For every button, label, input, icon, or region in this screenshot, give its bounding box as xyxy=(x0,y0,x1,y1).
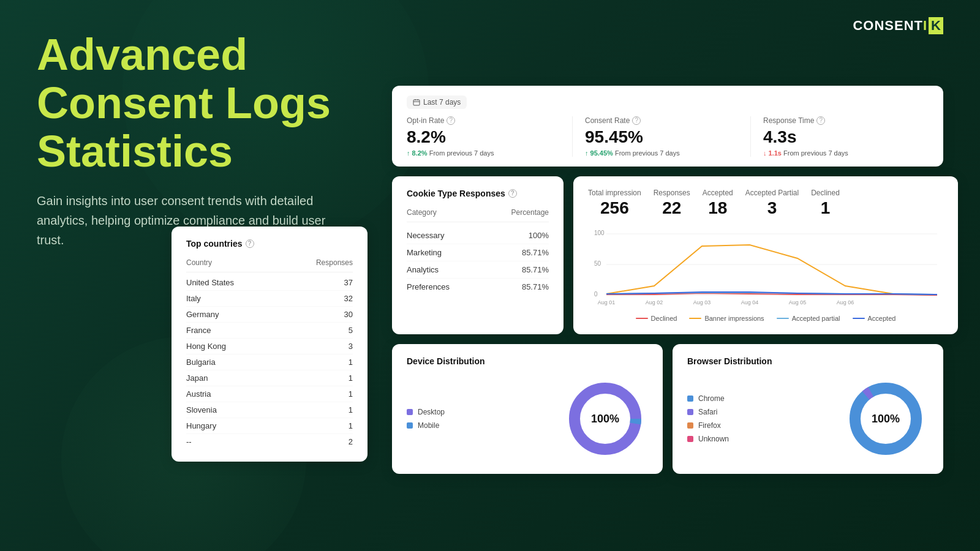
metric-response-value: 4.3s xyxy=(763,127,916,147)
countries-table-header: Country Responses xyxy=(186,258,353,272)
countries-info-icon[interactable]: ? xyxy=(246,239,254,248)
metric-opt-in-value: 8.2% xyxy=(407,127,560,147)
device-card-title: Device Distribution xyxy=(407,356,648,366)
device-center-label: 100% xyxy=(591,413,619,425)
chart-metric-item: Accepted18 xyxy=(703,189,733,218)
country-table-row: Bulgaria1 xyxy=(186,354,353,370)
device-desktop-legend: Desktop xyxy=(407,408,445,416)
cookie-table-row: Marketing85.71% xyxy=(407,244,549,261)
country-table-row: Slovenia1 xyxy=(186,402,353,418)
country-table-row: --2 xyxy=(186,434,353,449)
cookie-table-row: Necessary100% xyxy=(407,227,549,244)
browser-center-label: 100% xyxy=(872,413,900,425)
metric-response-change: ↓ 1.1s From previous 7 days xyxy=(763,149,916,157)
cookie-info-icon[interactable]: ? xyxy=(508,189,517,198)
browser-dist-content: Chrome Safari Firefox Unknown xyxy=(687,376,929,462)
chart-metric-item: Total impression256 xyxy=(588,189,641,218)
metric-response-time: Response Time ? 4.3s ↓ 1.1s From previou… xyxy=(751,116,929,157)
svg-text:0: 0 xyxy=(594,291,598,298)
chrome-color xyxy=(687,395,693,402)
country-table-row: France5 xyxy=(186,323,353,339)
desktop-color xyxy=(407,409,413,415)
cookie-table-row: Analytics85.71% xyxy=(407,261,549,279)
mobile-color xyxy=(407,422,413,429)
svg-text:50: 50 xyxy=(594,260,601,267)
metric-consent-label: Consent Rate ? xyxy=(585,116,738,125)
device-legend: Desktop Mobile xyxy=(407,408,445,430)
country-table-row: Japan1 xyxy=(186,370,353,386)
cookie-types-title: Cookie Type Responses ? xyxy=(407,189,549,198)
browser-card-title: Browser Distribution xyxy=(687,356,929,366)
logo: CONSENTIK xyxy=(853,17,943,34)
device-mobile-legend: Mobile xyxy=(407,421,445,430)
stats-card-header: Last 7 days xyxy=(407,96,929,109)
countries-card: Top countries ? Country Responses United… xyxy=(172,227,368,462)
browser-card: Browser Distribution Chrome Safari Firef… xyxy=(673,344,943,474)
metric-consent-rate: Consent Rate ? 95.45% ↑ 95.45% From prev… xyxy=(573,116,751,157)
browser-unknown-legend: Unknown xyxy=(687,435,729,443)
chart-metrics: Total impression256Responses22Accepted18… xyxy=(588,189,943,218)
cookie-table: Category Percentage Necessary100%Marketi… xyxy=(407,208,549,295)
browser-safari-legend: Safari xyxy=(687,408,729,416)
device-donut-chart: 100% xyxy=(562,376,648,462)
device-dist-content: Desktop Mobile 100% xyxy=(407,376,648,462)
country-table-row: Germany30 xyxy=(186,307,353,323)
device-card: Device Distribution Desktop Mobile xyxy=(392,344,663,474)
safari-color xyxy=(687,409,693,415)
country-table-row: Hungary1 xyxy=(186,418,353,434)
countries-table: Country Responses United States37Italy32… xyxy=(186,258,353,449)
chart-metric-item: Declined1 xyxy=(811,189,840,218)
logo-text: CONSENTI xyxy=(853,18,927,34)
browser-donut-chart: 100% xyxy=(843,376,929,462)
hero-title: Advanced Consent Logs Statistics xyxy=(37,31,380,176)
svg-text:Aug 05: Aug 05 xyxy=(789,299,807,305)
firefox-color xyxy=(687,422,693,429)
cookie-types-card: Cookie Type Responses ? Category Percent… xyxy=(392,176,564,334)
country-table-row: Austria1 xyxy=(186,386,353,402)
chart-card: Total impression256Responses22Accepted18… xyxy=(573,176,958,334)
middle-row: Cookie Type Responses ? Category Percent… xyxy=(392,176,943,334)
chart-metric-item: Accepted Partial3 xyxy=(745,189,799,218)
hero-section: Advanced Consent Logs Statistics Gain in… xyxy=(37,31,380,250)
stats-card: Last 7 days Opt-in Rate ? 8.2% ↑ 8.2% Fr… xyxy=(392,86,943,167)
date-badge: Last 7 days xyxy=(407,96,467,109)
browser-firefox-legend: Firefox xyxy=(687,421,729,430)
metric-opt-in-change: ↑ 8.2% From previous 7 days xyxy=(407,149,560,157)
countries-rows: United States37Italy32Germany30France5Ho… xyxy=(186,275,353,449)
svg-rect-0 xyxy=(413,100,420,105)
cookie-table-header: Category Percentage xyxy=(407,208,549,222)
line-chart: 100 50 0 Aug 01 A xyxy=(588,228,943,307)
chart-legend: DeclinedBanner impressionsAccepted parti… xyxy=(588,315,943,322)
svg-text:Aug 03: Aug 03 xyxy=(693,299,711,305)
chart-legend-item: Declined xyxy=(636,315,677,322)
country-table-row: Hong Kong3 xyxy=(186,339,353,354)
country-table-row: Italy32 xyxy=(186,291,353,307)
cards-area: Last 7 days Opt-in Rate ? 8.2% ↑ 8.2% Fr… xyxy=(392,86,943,474)
svg-text:100: 100 xyxy=(594,230,605,236)
metric-consent-value: 95.45% xyxy=(585,127,738,147)
chart-legend-item: Banner impressions xyxy=(689,315,764,322)
cookie-table-row: Preferences85.71% xyxy=(407,279,549,295)
unknown-color xyxy=(687,436,693,442)
logo-k: K xyxy=(929,17,943,34)
stats-metrics: Opt-in Rate ? 8.2% ↑ 8.2% From previous … xyxy=(407,116,929,157)
metric-response-label: Response Time ? xyxy=(763,116,916,125)
opt-in-info-icon[interactable]: ? xyxy=(447,116,455,125)
browser-legend: Chrome Safari Firefox Unknown xyxy=(687,394,729,443)
country-table-row: United States37 xyxy=(186,275,353,291)
consent-info-icon[interactable]: ? xyxy=(632,116,641,125)
svg-text:Aug 06: Aug 06 xyxy=(837,299,854,305)
calendar-icon xyxy=(413,99,420,106)
svg-text:Aug 02: Aug 02 xyxy=(646,299,663,305)
svg-text:Aug 01: Aug 01 xyxy=(598,299,616,305)
bottom-row: Device Distribution Desktop Mobile xyxy=(392,344,943,474)
chart-svg-container: 100 50 0 Aug 01 A xyxy=(588,228,943,310)
svg-text:Aug 04: Aug 04 xyxy=(741,299,759,305)
chart-legend-item: Accepted xyxy=(853,315,896,322)
response-info-icon[interactable]: ? xyxy=(816,116,825,125)
cookie-rows: Necessary100%Marketing85.71%Analytics85.… xyxy=(407,227,549,295)
chart-metric-item: Responses22 xyxy=(654,189,690,218)
browser-chrome-legend: Chrome xyxy=(687,394,729,403)
chart-legend-item: Accepted partial xyxy=(777,315,840,322)
countries-card-title: Top countries ? xyxy=(186,239,353,249)
